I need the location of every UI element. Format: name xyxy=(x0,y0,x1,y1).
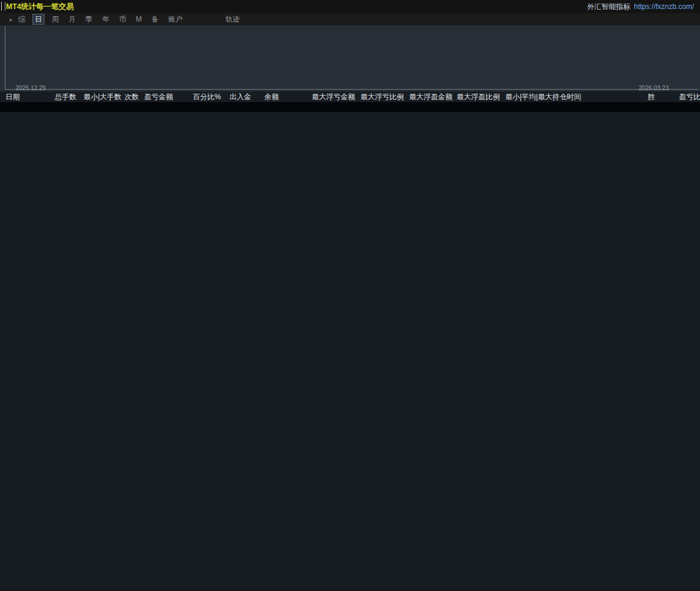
page-title: MT4统计每一笔交易 xyxy=(6,2,74,12)
column-header: 出入金 xyxy=(230,91,264,102)
column-header: 胜率 xyxy=(618,91,655,102)
column-header: 最小|大手数 xyxy=(84,91,124,102)
tab-月[interactable]: 月 xyxy=(67,14,78,24)
column-header: 盈亏金额 xyxy=(144,91,193,102)
column-header: 最大浮亏金额 xyxy=(312,91,361,102)
caret-right-icon: ▸ xyxy=(10,16,13,23)
column-header: 最小|平均|最大持仓时间 xyxy=(505,91,618,102)
tab-季[interactable]: 季 xyxy=(84,14,94,24)
chart-end-date-label: 2026.03.23 xyxy=(639,85,669,91)
equity-chart-plot xyxy=(5,26,699,90)
tab-年[interactable]: 年 xyxy=(100,14,111,24)
column-header: 总手数 xyxy=(55,91,84,102)
title-bar-right: 外汇智能指标 https://fxznzb.com/ xyxy=(587,2,694,12)
table-header-row: 日期总手数最小|大手数次数盈亏金额百分比%出入金余额最大浮亏金额最大浮亏比例最大… xyxy=(0,91,700,102)
tab-日[interactable]: 日 xyxy=(33,14,44,24)
column-header: 盈亏比 xyxy=(655,91,700,102)
equity-curve-svg xyxy=(5,26,699,89)
column-header: 最大浮亏比例 xyxy=(361,91,409,102)
equity-chart: 2025.12.29 2026.03.23 xyxy=(0,25,700,91)
column-header: 日期 xyxy=(5,91,55,102)
tab-综[interactable]: 综 xyxy=(16,14,27,24)
window-edge-artifact xyxy=(1,2,5,11)
tab-账户[interactable]: 账户 xyxy=(166,14,184,24)
column-header: 最大浮盈金额 xyxy=(409,91,457,102)
column-header: 次数 xyxy=(124,91,144,102)
table-total-row xyxy=(0,102,700,112)
mt4-statistics-window: MT4统计每一笔交易 外汇智能指标 https://fxznzb.com/ ▸ … xyxy=(0,0,700,591)
tab-币[interactable]: 币 xyxy=(117,14,128,24)
column-header: 百分比% xyxy=(193,91,230,102)
title-bar: MT4统计每一笔交易 外汇智能指标 https://fxznzb.com/ xyxy=(0,0,700,13)
column-header: 最大浮盈比例 xyxy=(457,91,505,102)
tab-周[interactable]: 周 xyxy=(50,14,61,24)
brand-label: 外汇智能指标 xyxy=(587,2,630,12)
column-header: 余额 xyxy=(264,91,312,102)
tab-M[interactable]: M xyxy=(134,14,144,24)
chart-start-date-label: 2025.12.29 xyxy=(16,85,46,91)
tab-备[interactable]: 备 xyxy=(150,14,160,24)
brand-url-link[interactable]: https://fxznzb.com/ xyxy=(634,2,694,11)
tab-bar-items: 综日周月季年币M备账户 xyxy=(16,14,184,24)
tab-bar: ▸ 综日周月季年币M备账户 轨迹 xyxy=(0,13,700,25)
tab-trajectory[interactable]: 轨迹 xyxy=(225,14,240,25)
